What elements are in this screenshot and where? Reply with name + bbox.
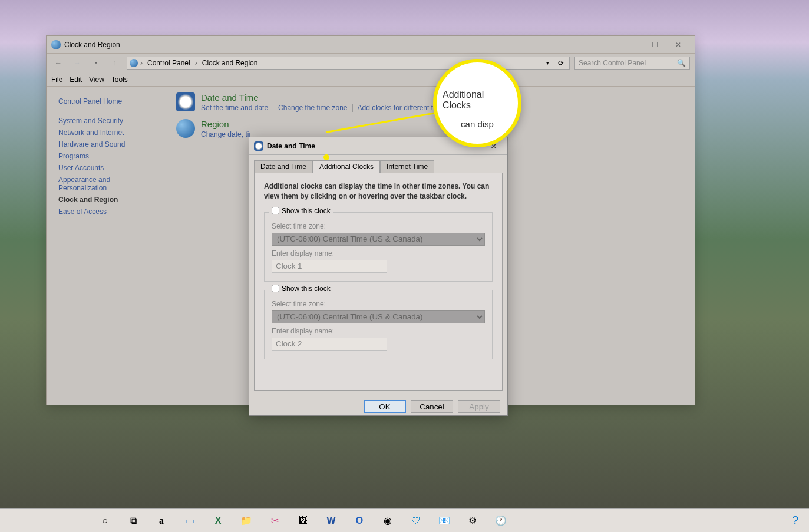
- up-button[interactable]: ↑: [108, 56, 122, 70]
- mail-icon[interactable]: 📧: [434, 511, 455, 530]
- chevron-icon: ›: [140, 59, 143, 67]
- tab-internet-time[interactable]: Internet Time: [380, 160, 434, 173]
- dialog-panel: Additional clocks can display the time i…: [254, 173, 503, 391]
- sidebar-home[interactable]: Control Panel Home: [52, 97, 159, 105]
- defender-icon[interactable]: 🛡: [405, 511, 427, 530]
- link-change-format[interactable]: Change date, tir: [201, 130, 256, 138]
- search-placeholder: Search Control Panel: [579, 59, 646, 67]
- clock-icon: [254, 141, 263, 151]
- excel-icon[interactable]: X: [207, 511, 229, 530]
- breadcrumb-dropdown[interactable]: ▾: [544, 60, 552, 66]
- apply-button[interactable]: Apply: [458, 400, 500, 413]
- sidebar-item-appearance[interactable]: Appearance and Personalization: [52, 174, 123, 194]
- minimize-button[interactable]: —: [619, 37, 643, 52]
- dialog-button-row: OK Cancel Apply: [249, 395, 507, 418]
- photos-icon[interactable]: 🖼: [292, 511, 313, 530]
- tz-label: Select time zone:: [272, 300, 485, 308]
- link-set-time[interactable]: Set the time and date: [201, 104, 273, 112]
- link-add-clocks[interactable]: Add clocks for different t: [358, 104, 438, 112]
- search-input[interactable]: Search Control Panel 🔍: [574, 57, 690, 70]
- datetime-app-icon[interactable]: 🕐: [490, 511, 511, 530]
- sidebar-item-users[interactable]: User Accounts: [52, 162, 159, 174]
- checkbox-label[interactable]: Show this clock: [282, 207, 331, 215]
- dialog-title: Date and Time: [267, 142, 485, 150]
- callout-text: Additional Clocks: [443, 90, 512, 111]
- back-button[interactable]: ←: [51, 56, 65, 70]
- callout-dot: [323, 154, 329, 160]
- taskbar[interactable]: ○ ⧉ a ▭ X 📁 ✂ 🖼 W O ◉ 🛡 📧 ⚙ 🕐 ?: [0, 508, 809, 532]
- dialog-description: Additional clocks can display the time i…: [264, 181, 493, 201]
- breadcrumb-item[interactable]: Clock and Region: [200, 59, 260, 67]
- screenshot-icon[interactable]: ▭: [179, 511, 200, 530]
- sidebar-item-hardware[interactable]: Hardware and Sound: [52, 138, 159, 150]
- callout-subtext: can disp: [461, 119, 494, 129]
- nav-bar: ← → ▾ ↑ › Control Panel › Clock and Regi…: [47, 54, 695, 72]
- tab-additional-clocks[interactable]: Additional Clocks: [313, 160, 380, 173]
- clock-name-2-input[interactable]: [272, 338, 387, 351]
- section-heading[interactable]: Date and Time: [201, 92, 438, 103]
- refresh-button[interactable]: ⟳: [554, 59, 567, 67]
- clock-group-2: Show this clock Select time zone: (UTC-0…: [264, 290, 493, 359]
- menu-edit[interactable]: Edit: [70, 75, 82, 84]
- globe-icon: [176, 119, 195, 138]
- globe-icon: [130, 59, 138, 67]
- section-datetime: Date and Time Set the time and date Chan…: [176, 92, 683, 112]
- tz-select-2[interactable]: (UTC-06:00) Central Time (US & Canada): [272, 310, 485, 323]
- task-view-icon[interactable]: ⧉: [123, 511, 144, 530]
- cortana-icon[interactable]: ○: [94, 511, 115, 530]
- settings-icon[interactable]: ⚙: [462, 511, 483, 530]
- sidebar-item-programs[interactable]: Programs: [52, 150, 159, 162]
- search-icon: 🔍: [677, 59, 686, 67]
- sidebar-item-network[interactable]: Network and Internet: [52, 127, 159, 138]
- chrome-icon[interactable]: ◉: [377, 511, 398, 530]
- explorer-icon[interactable]: 📁: [236, 511, 257, 530]
- history-dropdown[interactable]: ▾: [89, 56, 103, 70]
- section-region: Region Change date, tir: [176, 119, 683, 138]
- maximize-button[interactable]: ☐: [643, 37, 666, 52]
- clock-name-1-input[interactable]: [272, 260, 387, 273]
- menu-view[interactable]: View: [89, 75, 104, 84]
- cancel-button[interactable]: Cancel: [411, 400, 453, 413]
- close-button[interactable]: ✕: [666, 37, 690, 52]
- menu-tools[interactable]: Tools: [111, 75, 128, 84]
- clock-icon: [176, 92, 195, 111]
- tab-datetime[interactable]: Date and Time: [254, 160, 313, 173]
- tz-label: Select time zone:: [272, 222, 485, 230]
- window-titlebar[interactable]: Clock and Region — ☐ ✕: [47, 36, 695, 54]
- snip-icon[interactable]: ✂: [264, 511, 285, 530]
- section-heading[interactable]: Region: [201, 119, 256, 129]
- checkbox-label[interactable]: Show this clock: [282, 285, 331, 293]
- window-title: Clock and Region: [64, 41, 619, 49]
- outlook-icon[interactable]: O: [349, 511, 370, 530]
- name-label: Enter display name:: [272, 327, 485, 335]
- link-change-tz[interactable]: Change the time zone: [278, 104, 352, 112]
- callout-zoom: Additional Clocks can disp: [433, 59, 521, 147]
- forward-button[interactable]: →: [70, 56, 84, 70]
- sidebar: Control Panel Home System and Security N…: [47, 87, 164, 405]
- menu-file[interactable]: File: [51, 75, 62, 84]
- sidebar-item-clock[interactable]: Clock and Region: [52, 194, 159, 206]
- clock-group-1: Show this clock Select time zone: (UTC-0…: [264, 212, 493, 282]
- globe-icon: [51, 40, 61, 49]
- breadcrumb-item[interactable]: Control Panel: [145, 59, 193, 67]
- amazon-icon[interactable]: a: [151, 511, 172, 530]
- sidebar-item-system[interactable]: System and Security: [52, 115, 159, 127]
- datetime-dialog: Date and Time ✕ Date and Time Additional…: [249, 137, 508, 416]
- name-label: Enter display name:: [272, 249, 485, 257]
- word-icon[interactable]: W: [321, 511, 342, 530]
- chevron-icon: ›: [195, 59, 197, 67]
- menu-bar: File Edit View Tools: [47, 72, 695, 87]
- help-icon[interactable]: ?: [792, 514, 798, 527]
- sidebar-item-ease[interactable]: Ease of Access: [52, 206, 159, 217]
- ok-button[interactable]: OK: [364, 400, 406, 413]
- tz-select-1[interactable]: (UTC-06:00) Central Time (US & Canada): [272, 233, 485, 246]
- show-clock-2-checkbox[interactable]: [272, 285, 279, 292]
- show-clock-1-checkbox[interactable]: [272, 207, 279, 214]
- dialog-tabs: Date and Time Additional Clocks Internet…: [249, 155, 507, 173]
